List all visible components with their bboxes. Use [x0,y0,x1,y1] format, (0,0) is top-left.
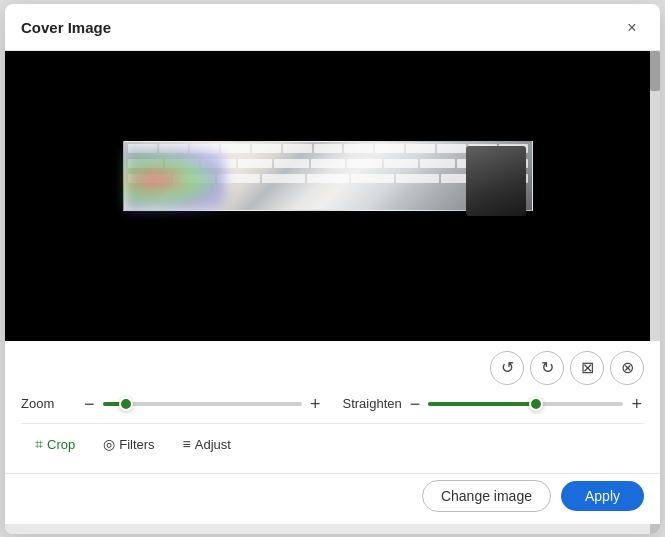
tab-filters-label: Filters [119,437,154,452]
change-image-button[interactable]: Change image [422,480,551,512]
controls-area: ↺ ↻ ⊠ ⊗ Zoom − + Straighten − [5,341,660,473]
horizontal-scrollbar[interactable] [5,524,660,534]
zoom-label: Zoom [21,396,76,411]
filters-icon: ◎ [103,436,115,452]
tool-tabs: ⌗ Crop ◎ Filters ≡ Adjust [21,423,644,457]
zoom-group: Zoom − + [21,395,323,413]
crop-icon: ⌗ [35,436,43,453]
action-bar: Change image Apply [5,473,660,524]
straighten-group: Straighten − + [343,395,645,413]
dialog-title: Cover Image [21,19,111,36]
vertical-scrollbar-track[interactable] [650,51,660,341]
adjust-icon: ≡ [183,436,191,452]
image-canvas[interactable] [5,51,660,341]
tab-adjust[interactable]: ≡ Adjust [169,432,245,456]
zoom-thumb[interactable] [119,397,133,411]
straighten-minus[interactable]: − [408,395,423,413]
straighten-fill [428,402,535,406]
icon-toolbar: ↺ ↻ ⊠ ⊗ [21,351,644,385]
tab-filters[interactable]: ◎ Filters [89,432,168,456]
tab-adjust-label: Adjust [195,437,231,452]
horizontal-scrollbar-thumb[interactable] [650,524,660,534]
zoom-plus[interactable]: + [308,395,323,413]
straighten-label: Straighten [343,396,402,411]
cover-image-dialog: Cover Image × ↺ ↻ ⊠ ⊗ Zoom − [5,4,660,534]
straighten-plus[interactable]: + [629,395,644,413]
zoom-slider[interactable] [103,402,302,406]
reset-button[interactable]: ⊗ [610,351,644,385]
image-color-blob [125,149,225,211]
straighten-slider[interactable] [428,402,623,406]
tab-crop[interactable]: ⌗ Crop [21,432,89,457]
apply-button[interactable]: Apply [561,481,644,511]
rotate-ccw-button[interactable]: ↺ [490,351,524,385]
close-button[interactable]: × [620,16,644,40]
tab-crop-label: Crop [47,437,75,452]
image-phone-object [466,146,526,216]
slider-row: Zoom − + Straighten − + [21,395,644,413]
zoom-minus[interactable]: − [82,395,97,413]
flip-button[interactable]: ⊠ [570,351,604,385]
straighten-thumb[interactable] [529,397,543,411]
title-bar: Cover Image × [5,4,660,51]
vertical-scrollbar-thumb[interactable] [650,51,660,91]
rotate-cw-button[interactable]: ↻ [530,351,564,385]
